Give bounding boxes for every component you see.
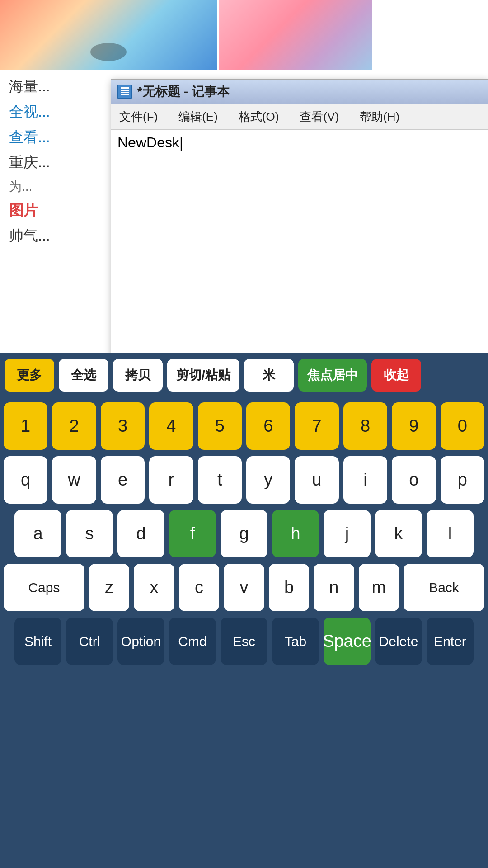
notepad-app-icon: [117, 85, 132, 99]
bg-image-left: [0, 0, 217, 70]
toolbar-extra-button[interactable]: 米: [244, 359, 294, 392]
key-s[interactable]: s: [66, 510, 113, 557]
menu-file[interactable]: 文件(F): [116, 107, 161, 127]
key-0[interactable]: 0: [441, 402, 484, 450]
toolbar-collapse-button[interactable]: 收起: [371, 359, 421, 392]
key-caps[interactable]: Caps: [4, 564, 84, 611]
key-d[interactable]: d: [117, 510, 164, 557]
zxcv-row: Caps z x c v b n m Back: [4, 564, 484, 611]
key-tab[interactable]: Tab: [272, 618, 319, 665]
key-e[interactable]: e: [101, 456, 145, 504]
key-3[interactable]: 3: [101, 402, 145, 450]
key-u[interactable]: u: [295, 456, 338, 504]
key-h[interactable]: h: [272, 510, 319, 557]
bottom-row: Shift Ctrl Option Cmd Esc Tab Space Dele…: [4, 618, 484, 665]
key-8[interactable]: 8: [343, 402, 387, 450]
number-row: 1 2 3 4 5 6 7 8 9 0: [4, 402, 484, 450]
key-x[interactable]: x: [134, 564, 174, 611]
notepad-window: *无标题 - 记事本 文件(F) 编辑(E) 格式(O) 查看(V) 帮助(H)…: [111, 79, 488, 374]
key-q[interactable]: q: [4, 456, 47, 504]
menu-view[interactable]: 查看(V): [296, 107, 343, 127]
menu-edit[interactable]: 编辑(E): [175, 107, 221, 127]
key-w[interactable]: w: [52, 456, 96, 504]
key-p[interactable]: p: [441, 456, 484, 504]
keyboard-toolbar: 更多 全选 拷贝 剪切/粘贴 米 焦点居中 收起: [0, 353, 488, 398]
key-9[interactable]: 9: [392, 402, 436, 450]
key-r[interactable]: r: [149, 456, 193, 504]
key-back[interactable]: Back: [404, 564, 484, 611]
notepad-body[interactable]: NewDesk: [111, 130, 488, 374]
key-cmd[interactable]: Cmd: [169, 618, 216, 665]
key-g[interactable]: g: [221, 510, 267, 557]
key-y[interactable]: y: [246, 456, 290, 504]
key-1[interactable]: 1: [4, 402, 47, 450]
key-2[interactable]: 2: [52, 402, 96, 450]
key-a[interactable]: a: [14, 510, 61, 557]
key-n[interactable]: n: [314, 564, 354, 611]
key-5[interactable]: 5: [198, 402, 242, 450]
key-l[interactable]: l: [427, 510, 474, 557]
key-o[interactable]: o: [392, 456, 436, 504]
key-enter[interactable]: Enter: [427, 618, 474, 665]
key-m[interactable]: m: [359, 564, 399, 611]
keyboard: 1 2 3 4 5 6 7 8 9 0 q w e r t y u i o p …: [0, 398, 488, 868]
toolbar-select-all-button[interactable]: 全选: [59, 359, 108, 392]
key-t[interactable]: t: [198, 456, 242, 504]
key-option[interactable]: Option: [117, 618, 164, 665]
text-cursor: [179, 134, 183, 151]
key-ctrl[interactable]: Ctrl: [66, 618, 113, 665]
key-4[interactable]: 4: [149, 402, 193, 450]
bg-image-right: [219, 0, 372, 70]
key-delete[interactable]: Delete: [375, 618, 422, 665]
menu-format[interactable]: 格式(O): [235, 107, 283, 127]
key-v[interactable]: v: [224, 564, 264, 611]
key-space[interactable]: Space: [324, 618, 371, 665]
notepad-titlebar: *无标题 - 记事本: [111, 80, 488, 104]
menu-help[interactable]: 帮助(H): [356, 107, 403, 127]
key-esc[interactable]: Esc: [221, 618, 267, 665]
toolbar-more-button[interactable]: 更多: [5, 359, 54, 392]
background-images: [0, 0, 488, 70]
asdf-row: a s d f g h j k l: [4, 510, 484, 557]
qwerty-row: q w e r t y u i o p: [4, 456, 484, 504]
key-7[interactable]: 7: [295, 402, 338, 450]
key-b[interactable]: b: [269, 564, 309, 611]
notepad-title: *无标题 - 记事本: [137, 83, 230, 100]
key-i[interactable]: i: [343, 456, 387, 504]
key-k[interactable]: k: [375, 510, 422, 557]
key-z[interactable]: z: [89, 564, 129, 611]
notepad-content: NewDesk: [117, 134, 179, 151]
key-shift[interactable]: Shift: [14, 618, 61, 665]
toolbar-cut-paste-button[interactable]: 剪切/粘贴: [167, 359, 239, 392]
key-6[interactable]: 6: [246, 402, 290, 450]
key-j[interactable]: j: [324, 510, 371, 557]
key-c[interactable]: c: [179, 564, 219, 611]
notepad-menubar: 文件(F) 编辑(E) 格式(O) 查看(V) 帮助(H): [111, 104, 488, 130]
toolbar-copy-button[interactable]: 拷贝: [113, 359, 163, 392]
key-f[interactable]: f: [169, 510, 216, 557]
toolbar-focus-center-button[interactable]: 焦点居中: [298, 359, 367, 392]
